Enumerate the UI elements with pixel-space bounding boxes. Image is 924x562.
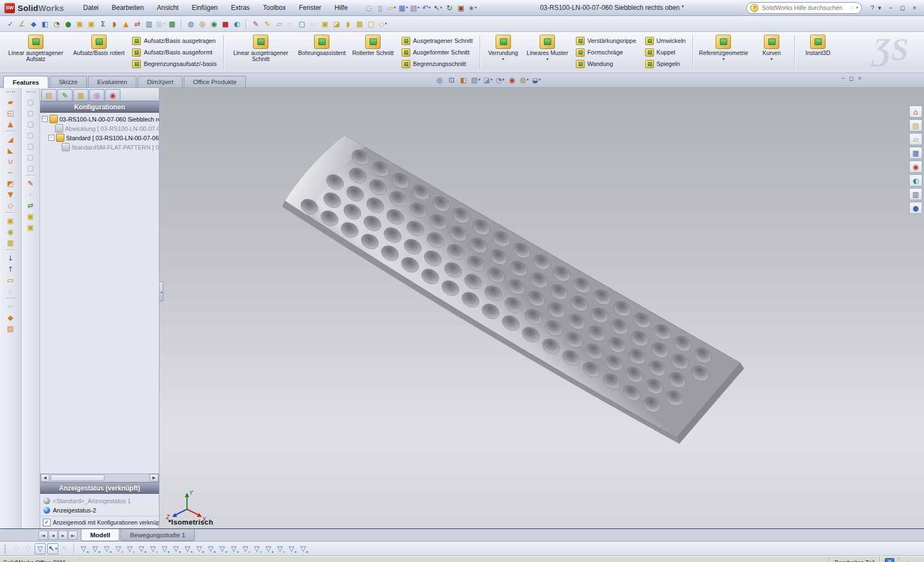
resize-grip[interactable] bbox=[915, 557, 924, 562]
tab-evaluieren[interactable]: Evaluieren bbox=[88, 76, 136, 87]
appearances-icon[interactable]: ◉ bbox=[909, 161, 922, 173]
menu-7[interactable]: Hilfe bbox=[328, 2, 354, 14]
revolved-boss-button[interactable]: Aufsatz/Basis rotiert bbox=[70, 33, 127, 71]
compare-documents-icon[interactable]: ■ bbox=[221, 19, 230, 29]
displaymanager-tab-icon[interactable]: ◉ bbox=[105, 89, 120, 101]
section-view-icon[interactable]: ◧ bbox=[459, 75, 469, 85]
forum-icon[interactable]: ● bbox=[909, 202, 922, 214]
fold-icon[interactable]: ↑ bbox=[6, 264, 15, 274]
config-tree-abwicklung[interactable]: Abwicklung [ 03-RS100-LN-00-07-0 bbox=[42, 124, 159, 133]
view-settings-icon[interactable]: ◒▾ bbox=[531, 75, 541, 85]
reference-geometry-button[interactable]: Referenzgeometrie▼ bbox=[696, 33, 751, 71]
file-explorer-icon[interactable]: ▱ bbox=[909, 133, 922, 145]
simple-hole-icon[interactable]: ◉ bbox=[6, 227, 15, 236]
no-bends-icon[interactable]: ⊘ bbox=[6, 286, 15, 296]
instant3d-button[interactable]: Instant3D bbox=[798, 33, 838, 71]
standard-view-front-icon[interactable]: ▢ bbox=[26, 97, 36, 107]
hole-wizard-button[interactable]: Bohrungsassistent bbox=[295, 33, 348, 71]
flatten-icon[interactable]: ▭ bbox=[6, 275, 15, 285]
menu-4[interactable]: Extras bbox=[225, 2, 256, 14]
menu-1[interactable]: Bearbeiten bbox=[106, 2, 150, 14]
compare-icon[interactable]: ▥ bbox=[144, 19, 154, 29]
tab-features[interactable]: Features bbox=[3, 76, 48, 88]
zoom-area-icon[interactable]: ⊡ bbox=[447, 75, 457, 85]
graphics-viewport[interactable]: Z X Y *Isometrisch ◂ ⌂▤▱▦◉◐▥● bbox=[160, 88, 924, 528]
boss-extrude-small-icon[interactable]: ▣ bbox=[320, 19, 330, 29]
view-orientation-icon[interactable]: ▤▾ bbox=[471, 75, 481, 85]
scrollbar-thumb[interactable] bbox=[51, 475, 105, 481]
convert-entities-icon[interactable]: ▢ bbox=[297, 19, 307, 29]
swept-cut-button[interactable]: Ausgetragener Schnitt bbox=[402, 36, 473, 46]
performance-evaluation-icon[interactable]: ◔ bbox=[52, 19, 62, 29]
expand-toggle-icon[interactable]: − bbox=[42, 116, 48, 122]
close-button[interactable]: × bbox=[911, 4, 919, 12]
configurationmanager-tab-icon[interactable]: ▦ bbox=[73, 89, 89, 101]
equations-icon[interactable]: Σ bbox=[98, 19, 108, 29]
fillet-caret-icon[interactable]: ▼ bbox=[501, 57, 505, 61]
print-icon[interactable]: ▤▾ bbox=[410, 3, 420, 13]
boundary-boss-button[interactable]: Begrenzungsaufsatz/-basis bbox=[132, 59, 217, 69]
config-tree-flat-pattern[interactable]: StandardSM-FLAT-PATTERN [ 0 bbox=[42, 142, 159, 152]
search-magnifier-icon[interactable]: ◌ bbox=[850, 4, 854, 12]
dome-button[interactable]: Kuppel bbox=[645, 47, 686, 58]
filter-cosmetic-threads-icon[interactable]: ▽• bbox=[263, 544, 273, 554]
curves-caret-icon[interactable]: ▼ bbox=[770, 57, 774, 61]
dimxpertmanager-tab-icon[interactable]: ◎ bbox=[89, 89, 105, 101]
shell-button[interactable]: Wandung bbox=[576, 59, 636, 69]
menu-3[interactable]: Einfügen bbox=[186, 2, 224, 14]
cross-break-icon[interactable]: ◇ bbox=[6, 200, 15, 210]
tab-next-icon[interactable]: ▶ bbox=[58, 531, 68, 540]
lofted-boss-button[interactable]: Aufsatz/Basis ausgeformt bbox=[132, 47, 217, 58]
section-properties-icon[interactable]: ◧ bbox=[40, 19, 50, 29]
edit-appearance-icon[interactable]: ◉ bbox=[507, 75, 517, 85]
appearance-small-icon[interactable]: ◇▾ bbox=[378, 19, 388, 29]
minimize-button[interactable]: − bbox=[887, 4, 894, 12]
miter-flange-icon[interactable]: ◣ bbox=[6, 145, 15, 155]
filter-routing-points-icon[interactable]: ▽• bbox=[298, 544, 308, 554]
custom-properties-icon[interactable]: ▥ bbox=[909, 188, 922, 200]
clear-all-filters-icon[interactable]: ▽ bbox=[23, 544, 33, 554]
tab-prev-icon[interactable]: ◀ bbox=[48, 531, 58, 540]
edge-flange-icon[interactable]: ◱ bbox=[6, 108, 15, 118]
geometry-check-icon[interactable]: ▲ bbox=[121, 19, 131, 29]
edit-part-icon[interactable]: ▣ bbox=[26, 211, 36, 221]
wrap-button[interactable]: Umwickeln bbox=[645, 36, 686, 46]
tab-office-produkte[interactable]: Office Produkte bbox=[184, 76, 246, 87]
standard-view-right-icon[interactable]: ▢ bbox=[26, 130, 36, 140]
filter-weld-beads-icon[interactable]: ▽• bbox=[252, 544, 262, 554]
help-search-box[interactable]: ? ◌ ▾ bbox=[746, 2, 862, 14]
tab-last-icon[interactable]: ▶| bbox=[68, 531, 78, 540]
fillet-small-icon[interactable]: ◗ bbox=[343, 19, 353, 29]
doc-close-button[interactable]: × bbox=[858, 75, 861, 81]
extruded-cut-icon[interactable]: ▣ bbox=[6, 216, 15, 225]
unfold-icon[interactable]: ↓ bbox=[6, 253, 15, 263]
apply-scene-icon[interactable]: ◍▾ bbox=[519, 75, 529, 85]
toggle-filters-icon[interactable]: ▽ bbox=[35, 543, 46, 554]
pattern-small-icon[interactable]: ▦ bbox=[355, 19, 365, 29]
design-library-icon[interactable]: ▤ bbox=[909, 119, 922, 131]
edit-component-icon[interactable]: ▣ bbox=[26, 222, 36, 232]
measure-icon[interactable]: ∠ bbox=[17, 19, 27, 29]
grayed-surface-icon[interactable]: ▭ bbox=[309, 19, 318, 29]
lofted-bend-icon[interactable]: ▲ bbox=[6, 119, 15, 129]
restore-button[interactable]: ◻ bbox=[898, 4, 907, 12]
help-button[interactable]: ? ▾ bbox=[866, 4, 883, 12]
reference-geometry-caret-icon[interactable]: ▼ bbox=[722, 57, 725, 61]
filter-dimensions-icon[interactable]: ▽• bbox=[206, 544, 216, 554]
new-document-icon[interactable]: ▯ bbox=[375, 3, 385, 13]
sketch-icon[interactable]: ✎ bbox=[262, 19, 272, 29]
filter-annotations-icon[interactable]: ▽• bbox=[217, 544, 227, 554]
deviation-analysis-icon[interactable]: ◗ bbox=[109, 19, 119, 29]
standard-view-bottom-icon[interactable]: ▢ bbox=[26, 152, 36, 162]
boundary-cut-button[interactable]: Begrenzungsschnitt bbox=[402, 59, 473, 69]
check-entity-icon[interactable]: ▣ bbox=[86, 19, 96, 29]
doc-restore-button[interactable]: ◻ bbox=[849, 75, 854, 81]
rib-button[interactable]: Verstärkungsrippe bbox=[576, 36, 636, 46]
filter-edges-icon[interactable]: ▽• bbox=[90, 544, 100, 554]
mass-properties-icon[interactable]: ◆ bbox=[29, 19, 38, 29]
check-active-document-icon[interactable]: ▣ bbox=[75, 19, 85, 29]
magnified-selection-icon[interactable]: ◍ bbox=[186, 19, 196, 29]
help-search-input[interactable] bbox=[761, 4, 848, 12]
forming-tool-icon[interactable]: ▼ bbox=[6, 189, 15, 199]
display-state-1[interactable]: <Standard>_Anzeigestatus 1 bbox=[43, 496, 159, 505]
